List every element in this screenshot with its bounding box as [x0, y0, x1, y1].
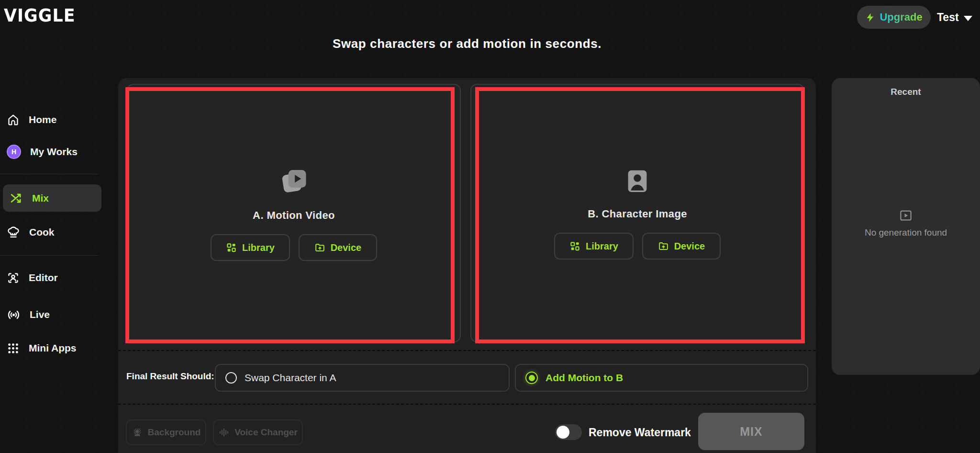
background-person-icon [132, 427, 143, 438]
upgrade-button[interactable]: Upgrade [857, 6, 931, 29]
recent-empty-state: No generation found [832, 208, 980, 238]
option-label: Add Motion to B [546, 372, 623, 384]
sidebar-item-label: Home [29, 114, 56, 125]
home-icon [7, 113, 20, 126]
library-button[interactable]: Library [211, 234, 290, 261]
voice-changer-label: Voice Changer [234, 427, 298, 438]
mix-workspace: A. Motion Video Library [118, 78, 816, 453]
option-swap-character-in-a[interactable]: Swap Character in A [215, 364, 510, 392]
shuffle-icon [10, 192, 23, 205]
library-button[interactable]: Library [554, 233, 634, 260]
grid-dots-icon [7, 342, 20, 355]
page-headline: Swap characters or add motion in seconds… [118, 36, 816, 51]
sidebar-item-mini-apps[interactable]: Mini Apps [0, 338, 77, 359]
sidebar-item-label: My Works [30, 146, 78, 158]
final-result-label: Final Result Should: [126, 371, 214, 382]
divider [118, 404, 816, 405]
broadcast-icon [7, 308, 21, 322]
sidebar-item-label: Mini Apps [29, 342, 77, 354]
mix-button[interactable]: MIX [698, 413, 804, 450]
video-stack-icon [277, 165, 311, 198]
toggle-knob [557, 426, 569, 439]
panel-title: A. Motion Video [253, 209, 335, 222]
radio-selected-icon[interactable] [525, 372, 538, 384]
folder-upload-icon [658, 241, 669, 252]
recent-empty-text: No generation found [865, 227, 947, 238]
remove-watermark-label: Remove Watermark [589, 419, 691, 445]
voice-changer-button[interactable]: Voice Changer [213, 419, 303, 445]
sidebar-item-home[interactable]: Home [0, 109, 56, 130]
account-name: Test [937, 11, 959, 24]
device-label: Device [331, 242, 362, 253]
library-label: Library [586, 241, 618, 252]
sidebar-item-live[interactable]: Live [0, 304, 50, 325]
sidebar-divider [0, 255, 99, 256]
divider [118, 350, 816, 351]
chef-hat-icon [7, 226, 20, 239]
sidebar-item-mix[interactable]: Mix [3, 184, 101, 212]
library-label: Library [242, 242, 275, 253]
background-button[interactable]: Background [126, 419, 206, 445]
sidebar-item-editor[interactable]: Editor [0, 267, 58, 288]
chevron-down-icon [964, 16, 972, 21]
sidebar-item-cook[interactable]: Cook [0, 222, 55, 243]
remove-watermark-toggle[interactable] [555, 424, 582, 440]
panel-title: B. Character Image [588, 208, 687, 220]
lightning-bolt-icon [865, 12, 875, 23]
device-button[interactable]: Device [642, 233, 721, 260]
sidebar-item-label: Live [30, 309, 50, 320]
sidebar-item-my-works[interactable]: H My Works [0, 141, 78, 162]
device-button[interactable]: Device [299, 234, 377, 261]
video-play-icon [898, 208, 913, 223]
recent-panel: Recent No generation found [832, 78, 980, 375]
motion-video-dropzone[interactable]: A. Motion Video Library [127, 84, 461, 342]
character-image-dropzone[interactable]: B. Character Image Library [470, 84, 804, 342]
sidebar-divider [0, 174, 99, 174]
sidebar-item-label: Editor [29, 272, 58, 283]
viggle-logo[interactable]: VIGGLE [4, 5, 76, 25]
recent-title: Recent [832, 87, 980, 97]
background-label: Background [148, 427, 201, 438]
waveform-icon [218, 427, 230, 438]
library-grid-icon [569, 241, 580, 252]
person-photo-icon [623, 167, 652, 196]
sidebar-item-label: Cook [29, 226, 55, 238]
sidebar-item-label: Mix [32, 193, 49, 204]
library-grid-icon [226, 242, 237, 253]
folder-upload-icon [314, 242, 325, 253]
editor-frame-icon [7, 272, 20, 284]
device-label: Device [674, 241, 705, 252]
account-menu[interactable]: Test [937, 11, 972, 24]
avatar: H [7, 145, 21, 159]
option-label: Swap Character in A [245, 372, 336, 384]
upgrade-label: Upgrade [880, 11, 922, 23]
radio-unselected-icon[interactable] [225, 372, 237, 384]
option-add-motion-to-b[interactable]: Add Motion to B [515, 364, 808, 392]
